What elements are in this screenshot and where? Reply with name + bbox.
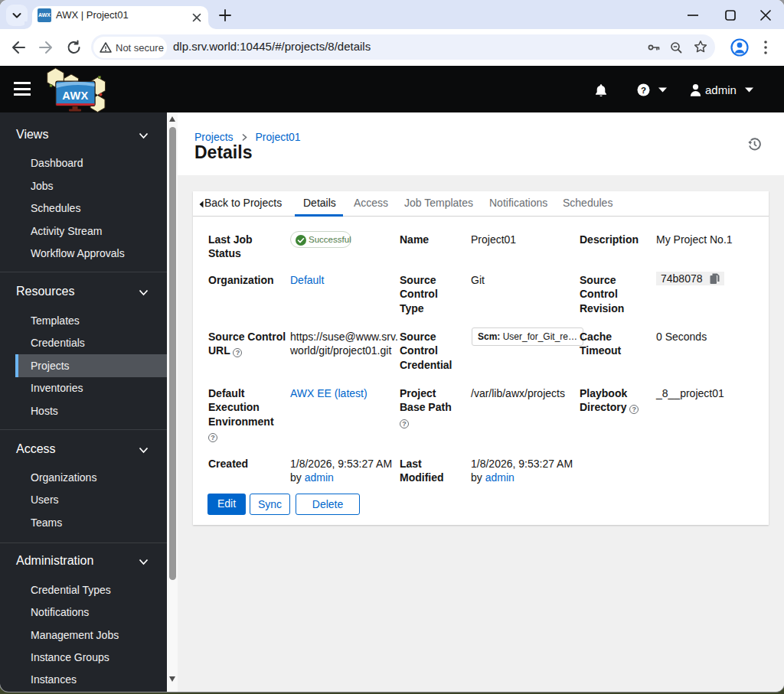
svg-text:AWX: AWX (62, 90, 89, 102)
svg-text:?: ? (641, 86, 646, 95)
